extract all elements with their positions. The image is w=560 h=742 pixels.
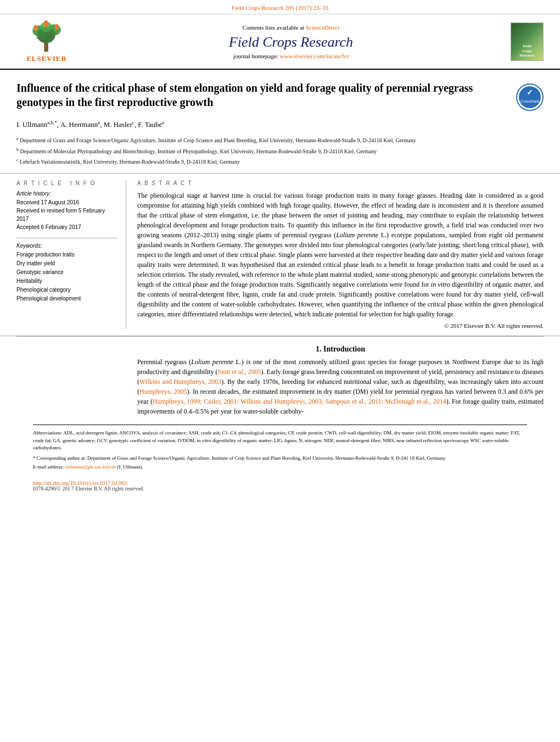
email-line: E-mail address: iullmann@gfa.uni-kiel.de… [33, 464, 527, 471]
email-link[interactable]: iullmann@gfa.uni-kiel.de [65, 464, 116, 470]
journal-title: Field Crops Research [77, 34, 505, 51]
svg-point-9 [55, 24, 59, 30]
svg-text:✓: ✓ [527, 88, 533, 97]
introduction-section: 1. Introduction Perennial ryegrass (Loli… [0, 337, 560, 425]
svg-point-8 [33, 25, 37, 31]
ref-smit[interactable]: Smit et al., 2005 [217, 368, 261, 376]
received-date: Received 17 August 2016 [16, 198, 117, 207]
abstract-column: A B S T R A C T The phenological stage a… [137, 180, 544, 329]
abbreviations-text: Abbreviations: ADL, acid-detergent ligni… [33, 429, 527, 452]
elsevier-logo: ELSEVIER [16, 20, 77, 63]
divider-info [16, 238, 117, 238]
kw-3: Genotypic variance [16, 268, 117, 277]
left-column: A R T I C L E I N F O Article history: R… [16, 180, 126, 329]
crossmark-logo: ✓ CrossMark [516, 83, 544, 111]
kw-5: Phenological category [16, 286, 117, 294]
corresponding-text: * Corresponding author at: Department of… [33, 455, 527, 462]
accepted-date: Accepted 6 February 2017 [16, 223, 117, 231]
ref-humphreys2005[interactable]: Humphreys, 2005 [139, 388, 187, 395]
authors-section: I. Ullmanna,b,*, A. Herrmanna, M. Hasler… [0, 116, 560, 132]
sciencedirect-link[interactable]: ScienceDirect [306, 24, 340, 31]
crossmark-icon: ✓ CrossMark [516, 83, 544, 111]
introduction-content: 1. Introduction Perennial ryegrass (Loli… [137, 345, 544, 416]
svg-rect-0 [44, 43, 48, 52]
affil-c: c Lehrfach Variationsstatistik, Kiel Uni… [16, 157, 544, 166]
author-ullmann: I. Ullmanna,b,* [16, 120, 57, 129]
homepage-prefix: journal homepage: [233, 53, 278, 59]
svg-point-7 [43, 20, 48, 27]
introduction-text: Perennial ryegrass (Lolium perenne L.) i… [137, 357, 544, 416]
bottom-info: http://dx.doi.org/10.1016/j.fcr.2017.02.… [16, 477, 544, 495]
journal-reference: Field Crops Research 205 (2017) 23–33 [0, 0, 560, 14]
article-history-label: Article history: [16, 191, 117, 197]
author-hasler: M. Haslerc [104, 120, 135, 129]
article-title-section: Influence of the critical phase of stem … [0, 70, 560, 116]
intro-left-spacer [16, 345, 126, 416]
elsevier-label: ELSEVIER [26, 54, 67, 63]
homepage-link[interactable]: www.elsevier.com/locate/fcr [280, 53, 349, 59]
issn-text: 0378-4290/© 201 7 Elsevier B.V. All righ… [33, 486, 144, 492]
ref-wilkins[interactable]: Wilkins and Humphreys, 2003 [139, 378, 221, 386]
revised-date: Received in revised form 5 February 2017 [16, 207, 117, 223]
author-herrmann: A. Herrmanna [60, 120, 100, 129]
doi-link[interactable]: http://dx.doi.org/10.1016/j.fcr.2017.02.… [33, 480, 127, 486]
article-info-abstract-section: A R T I C L E I N F O Article history: R… [0, 174, 560, 336]
header: ELSEVIER Contents lists available at Sci… [0, 14, 560, 70]
journal-reference-link[interactable]: Field Crops Research 205 (2017) 23–33 [232, 4, 328, 11]
footnotes: Abbreviations: ADL, acid-detergent ligni… [33, 425, 527, 477]
contents-text: Contents lists available at [242, 24, 304, 31]
kw-4: Heritability [16, 277, 117, 286]
article-title: Influence of the critical phase of stem … [16, 81, 508, 109]
journal-header-center: Contents lists available at ScienceDirec… [77, 24, 505, 59]
elsevier-tree-icon [25, 20, 69, 53]
journal-thumbnail: FieldCropsResearch [511, 23, 544, 61]
abstract-text: The phenological stage at harvest time i… [137, 191, 544, 319]
copyright: © 2017 Elsevier B.V. All rights reserved… [137, 322, 544, 329]
ref-humphreys1999[interactable]: Humphreys, 1999; Casler, 2001; Wilkins a… [153, 398, 446, 405]
affiliations-section: a Department of Grass and Forage Science… [0, 132, 560, 174]
author-taube: F. Taubea [138, 120, 164, 129]
article-info-heading: A R T I C L E I N F O [16, 180, 117, 186]
keywords-label: Keywords: [16, 243, 117, 249]
abstract-heading: A B S T R A C T [137, 180, 544, 186]
section-number: 1. Introduction [137, 345, 544, 354]
keywords-block: Keywords: Forage production traits Dry m… [16, 243, 117, 303]
affil-a: a Department of Grass and Forage Science… [16, 136, 544, 144]
kw-1: Forage production traits [16, 250, 117, 259]
affil-b: b Department of Molecular Phytopathology… [16, 147, 544, 155]
footnote-area: Abbreviations: ADL, acid-detergent ligni… [0, 425, 560, 495]
article-history-block: A R T I C L E I N F O Article history: R… [16, 180, 117, 231]
kw-2: Dry matter yield [16, 259, 117, 268]
svg-text:CrossMark: CrossMark [520, 99, 539, 103]
kw-6: Phenological development [16, 294, 117, 303]
